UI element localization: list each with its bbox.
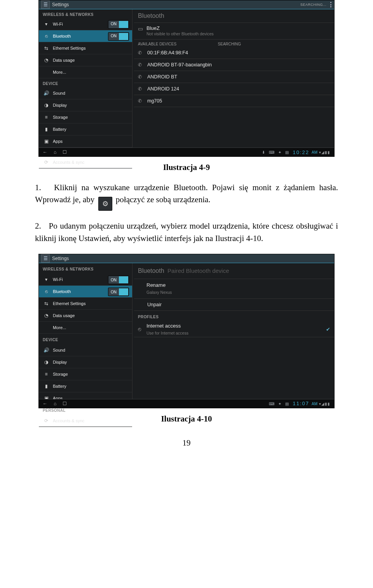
profile-row[interactable]: ⎋ Internet access Use for Internet acces… [134,321,334,337]
sidebar-label: Storage [53,115,68,120]
wifi-icon: ▾ [43,276,50,283]
status-icons: ▾◢▮▮ [319,150,330,154]
available-header: AVAILABLE DEVICES [138,42,176,46]
panel-title: Bluetooth [134,9,334,23]
searching-status: SEARCHING... [300,3,326,7]
phone-icon: ✆ [138,50,146,56]
wifi-icon: ▾ [43,21,50,27]
sidebar-item-ethernet[interactable]: ⇆Ethernet Settings [39,298,132,310]
bluetooth-icon: ⎋ [43,33,50,39]
home-icon[interactable]: ⌂ [54,400,56,407]
sidebar-item-wifi[interactable]: ▾ Wi-Fi ON [39,18,132,30]
display-icon: ◑ [43,102,50,108]
battery-icon: ▮ [43,127,50,132]
sidebar-item-display[interactable]: ◑Display [39,356,132,368]
sidebar-item-ethernet[interactable]: ⇆ Ethernet Settings [39,42,132,54]
bt-device-row[interactable]: ✆ANDROID BT [134,71,334,83]
bluetooth-toggle[interactable]: ON [108,288,129,296]
overflow-menu-icon[interactable] [330,2,332,7]
home-icon[interactable]: ⌂ [54,149,56,155]
sidebar-label: Data usage [53,58,75,62]
sidebar-label: Display [53,103,67,108]
sd-icon: ▤ [285,150,289,154]
bt-device-row[interactable]: ✆00:1F:6B:A4:98:F4 [134,47,334,59]
system-nav-bar: ← ⌂ ☐ ⬇ ⌨ ✦ ▤ 10:22 AM ▾◢▮▮ [39,147,334,156]
sidebar-item-battery[interactable]: ▮ Battery [39,123,132,135]
bt-device-row[interactable]: ✆ANDROID 124 [134,83,334,95]
sidebar-item-storage[interactable]: ≡ Storage [39,111,132,123]
sidebar-item-more[interactable]: More... [39,66,132,78]
settings-icon: ☰ [41,0,50,9]
section-device: DEVICE [39,78,132,87]
sidebar-item-bluetooth[interactable]: ⎋ Bluetooth ON [39,286,132,298]
wifi-toggle[interactable]: ON [108,20,129,29]
app-title: Settings [52,2,69,7]
sidebar-item-storage[interactable]: ≡Storage [39,368,132,380]
ethernet-icon: ⇆ [43,300,50,307]
own-device-name: BlueZ [146,25,214,31]
keyboard-icon: ⌨ [269,150,274,154]
data-usage-icon: ◔ [43,312,50,319]
sidebar-item-battery[interactable]: ▮Battery [39,380,132,392]
sidebar-label: Apps [53,139,63,144]
settings-sidebar: WIRELESS & NETWORKS ▾ Wi-Fi ON ⎋ Bluetoo… [39,9,132,148]
sidebar-label: Ethernet Settings [53,46,85,50]
sidebar-label: Sound [53,91,65,95]
recent-icon[interactable]: ☐ [63,400,67,407]
sidebar-label: Battery [53,127,66,132]
list-item-1: 1. Kliknij na wyszukane urządzenie Bluet… [35,182,338,211]
clock-ampm: AM [312,401,317,407]
app-title: Settings [52,255,69,262]
clock-ampm: AM [312,150,317,154]
sidebar-item-sound[interactable]: 🔊Sound [39,344,132,356]
section-wireless: WIRELESS & NETWORKS [39,263,132,274]
section-device: DEVICE [39,334,132,344]
screenshot-2: ☰ Settings WIRELESS & NETWORKS ▾ Wi-Fi O… [38,254,335,408]
list-item-2: 2. Po udanym połączeniu urządzeń, wybier… [35,220,338,245]
phone-icon: ✆ [138,62,146,68]
back-icon[interactable]: ← [43,400,47,407]
page-number: 19 [35,437,338,449]
sidebar-item-data-usage[interactable]: ◔Data usage [39,310,132,322]
recent-icon[interactable]: ☐ [63,149,67,155]
sidebar-item-bluetooth[interactable]: ⎋ Bluetooth ON [39,30,132,42]
sidebar-item-apps[interactable]: ▣ Apps [39,135,132,147]
action-bar: ☰ Settings [39,254,334,263]
sidebar-item-accounts[interactable]: ⟳Accounts & sync [39,415,132,427]
sync-icon: ⟳ [43,417,50,424]
battery-icon: ▮ [43,383,50,390]
sidebar-label: More... [53,70,66,75]
bluetooth-icon: ⎋ [43,288,50,295]
sidebar-item-more[interactable]: More... [39,322,132,334]
rename-row[interactable]: Rename Galaxy Nexus [134,279,334,299]
section-wireless: WIRELESS & NETWORKS [39,9,132,18]
download-icon: ⬇ [262,150,265,154]
bt-device-row[interactable]: ✆ANDROID BT-97-baoxiangbin [134,59,334,71]
apps-icon: ▣ [43,139,50,144]
sidebar-item-sound[interactable]: 🔊 Sound [39,87,132,99]
wifi-toggle[interactable]: ON [108,276,129,284]
phone-icon: ✆ [138,98,146,104]
sidebar-item-wifi[interactable]: ▾ Wi-Fi ON [39,274,132,286]
usb-icon: ✦ [278,150,281,154]
data-usage-icon: ◔ [43,57,50,63]
settings-icon: ☰ [41,254,50,263]
keyboard-icon: ⌨ [269,401,274,407]
profiles-header: PROFILES [134,311,334,321]
action-bar: ☰ Settings SEARCHING... [39,0,334,9]
phone-icon: ✆ [138,86,146,92]
system-nav-bar: ← ⌂ ☐ ⌨ ✦ ▤ 11:07 AM ▾◢▮▮ [39,399,334,408]
sidebar-item-display[interactable]: ◑ Display [39,99,132,111]
bluetooth-toggle[interactable]: ON [108,32,129,41]
sidebar-item-data-usage[interactable]: ◔ Data usage [39,54,132,66]
sidebar-item-accounts[interactable]: ⟳ Accounts & sync [39,156,132,168]
own-device-row[interactable]: ▭ BlueZ Not visible to other Bluetooth d… [134,23,334,40]
checkmark-icon[interactable]: ✔ [326,326,330,333]
sidebar-label: Accounts & sync [53,160,84,165]
back-icon[interactable]: ← [43,149,47,155]
status-icons: ▾◢▮▮ [319,401,330,407]
sidebar-label: Wi-Fi [53,22,63,26]
unpair-row[interactable]: Unpair [134,299,334,311]
sliders-icon: ⚙ [98,197,112,211]
bt-device-row[interactable]: ✆mg705 [134,95,334,107]
